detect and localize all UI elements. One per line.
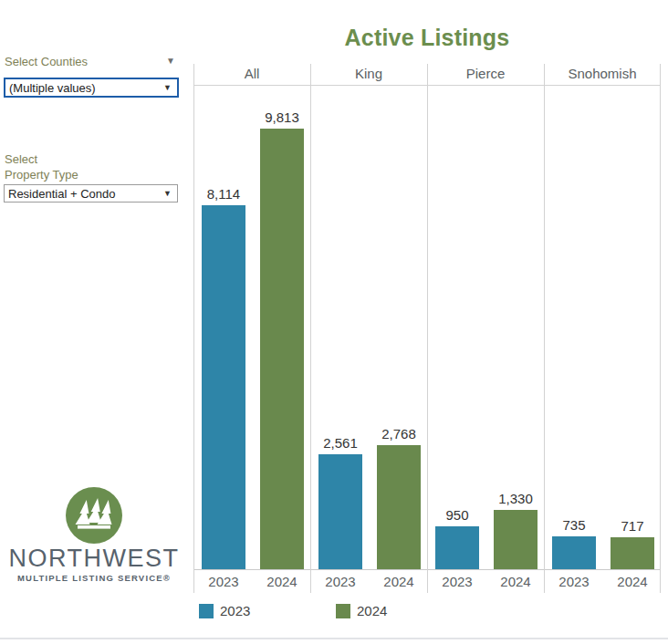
nwmls-logo — [66, 487, 122, 544]
logo-tagline-text: MULTIPLE LISTING SERVICE® — [2, 573, 186, 583]
legend-label-2023: 2023 — [220, 603, 250, 618]
column-header-king: King — [310, 64, 427, 85]
bottom-divider — [0, 638, 668, 639]
property-filter-label: Select Property Type — [5, 151, 78, 182]
axis-label-snohomish-2023: 2023 — [545, 574, 603, 589]
axis-label-all-2023: 2023 — [194, 574, 253, 589]
dashboard: Active Listings Select Counties ▼ (Multi… — [0, 0, 668, 644]
pane-divider-line — [660, 64, 661, 593]
axis-label-snohomish-2024: 2024 — [603, 574, 662, 589]
column-header-pierce: Pierce — [427, 64, 544, 85]
bar-king-2023[interactable] — [318, 454, 362, 569]
bar-all-2023[interactable] — [202, 205, 245, 569]
chevron-down-icon: ▼ — [163, 189, 177, 198]
legend-item-2023[interactable]: 2023 — [199, 603, 250, 618]
axis-label-pierce-2023: 2023 — [428, 574, 486, 589]
counties-filter-label: Select Counties — [5, 55, 88, 68]
legend-item-2024[interactable]: 2024 — [336, 603, 387, 618]
axis-pane-king: 20232024 — [310, 571, 427, 593]
legend-label-2024: 2024 — [357, 603, 387, 618]
axis-label-all-2024: 2024 — [253, 574, 311, 589]
bar-value-pierce-2023: 950 — [412, 507, 503, 523]
counties-dropdown-value: (Multiple values) — [5, 81, 163, 95]
bar-snohomish-2024[interactable] — [611, 537, 654, 569]
chart-legend: 20232024 — [193, 603, 661, 621]
pane-divider-line — [193, 64, 194, 593]
axis-pane-all: 20232024 — [193, 571, 310, 593]
chart-pane-all: 8,1149,813 — [193, 87, 310, 569]
chevron-down-icon: ▼ — [163, 83, 177, 92]
legend-swatch-2023[interactable] — [199, 604, 214, 618]
bar-all-2024[interactable] — [260, 129, 304, 569]
pane-divider-line — [544, 64, 545, 593]
bar-value-all-2023: 8,114 — [178, 186, 269, 202]
chart-pane-king: 2,5612,768 — [310, 87, 427, 569]
property-dropdown-value: Residential + Condo — [5, 187, 163, 201]
pane-divider-line — [427, 64, 428, 593]
filter-menu-caret-icon[interactable]: ▼ — [166, 56, 175, 66]
bar-pierce-2023[interactable] — [435, 526, 479, 569]
trees-icon — [66, 487, 122, 544]
counties-dropdown[interactable]: (Multiple values) ▼ — [4, 78, 179, 98]
column-header-all: All — [193, 64, 310, 85]
legend-swatch-2024[interactable] — [336, 604, 350, 618]
axis-label-pierce-2024: 2024 — [486, 574, 545, 589]
column-header-snohomish: Snohomish — [544, 64, 661, 85]
logo-brand-text: NORTHWEST — [2, 545, 186, 573]
chart-pane-pierce: 9501,330 — [427, 87, 544, 569]
chart-pane-snohomish: 735717 — [544, 87, 661, 569]
property-filter-label-line2: Property Type — [5, 168, 78, 182]
axis-pane-pierce: 20232024 — [427, 571, 544, 593]
bar-value-snohomish-2024: 717 — [587, 518, 668, 534]
axis-label-king-2024: 2024 — [370, 574, 428, 589]
pane-divider-line — [310, 64, 311, 593]
property-filter-label-line1: Select — [5, 152, 37, 166]
axis-pane-snohomish: 20232024 — [544, 571, 661, 593]
property-type-dropdown[interactable]: Residential + Condo ▼ — [4, 184, 178, 203]
bar-chart: AllKingPierceSnohomish 8,1149,8132,5612,… — [193, 64, 661, 593]
page-title: Active Listings — [193, 25, 661, 51]
axis-label-king-2023: 2023 — [311, 574, 370, 589]
bar-snohomish-2023[interactable] — [552, 536, 596, 569]
